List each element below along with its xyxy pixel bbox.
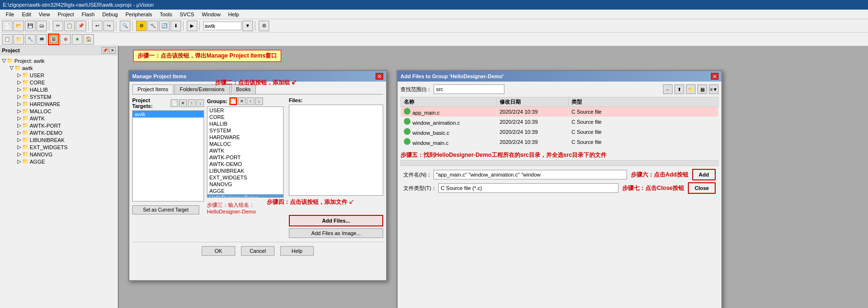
tree-item-malloc[interactable]: ▷📁 MALLOC (17, 107, 116, 115)
file-table-row[interactable]: app_main.c 2020/2/24 10:39 C Source file (401, 107, 719, 117)
add-target-btn[interactable]: 📄 (171, 99, 178, 107)
menu-view[interactable]: View (35, 11, 54, 18)
save-all-btn[interactable]: 🗂 (36, 21, 47, 31)
filetype-input[interactable] (438, 183, 618, 193)
add-group-btn[interactable]: 📄 (229, 97, 237, 105)
group-list-item[interactable]: HARDWARE (207, 134, 283, 141)
move-up-target-btn[interactable]: ↑ (188, 99, 195, 107)
group-list-item[interactable]: AGGE (207, 188, 283, 194)
new-folder-btn[interactable]: 📁 (686, 84, 696, 94)
move-down-target-btn[interactable]: ↓ (196, 99, 204, 107)
menu-svcs[interactable]: SVCS (176, 11, 198, 18)
detail-view-btn[interactable]: ≡▼ (709, 84, 719, 94)
tree-item-awtk-demo[interactable]: ▷📁 AWTK-DEMO (17, 129, 116, 136)
tb2-btn6[interactable]: ⊕ (60, 34, 71, 45)
close-confirm-btn[interactable]: Close (688, 182, 716, 194)
menu-help[interactable]: Help (224, 11, 243, 18)
menu-window[interactable]: Window (198, 11, 224, 18)
save-btn[interactable]: 💾 (25, 21, 35, 31)
panel-pin-btn[interactable]: 📌 (102, 47, 108, 54)
help-btn[interactable]: Help (280, 246, 314, 256)
manage-dialog-close[interactable]: ✕ (376, 73, 383, 80)
target-list-item-awtk[interactable]: awtk (133, 111, 204, 118)
target-dropdown[interactable]: awtk (203, 22, 241, 30)
menu-edit[interactable]: Edit (18, 11, 35, 18)
group-list-item[interactable]: CORE (207, 114, 283, 120)
group-list-item[interactable]: USER (207, 107, 283, 114)
delete-group-btn[interactable]: ✕ (238, 97, 246, 105)
copy-btn[interactable]: 📋 (64, 21, 75, 31)
add-confirm-btn[interactable]: Add (692, 169, 716, 180)
manage-project-items-btn[interactable] (48, 34, 59, 45)
nav-back-btn[interactable]: ← (663, 84, 673, 94)
add-files-btn[interactable]: Add Files... (289, 215, 383, 226)
tree-item-user[interactable]: ▷📁 USER (17, 71, 116, 79)
nav-up-btn[interactable]: ⬆ (674, 84, 684, 94)
files-listbox[interactable] (289, 105, 383, 196)
col-name[interactable]: 名称 (401, 97, 497, 107)
tb2-btn3[interactable]: 🔧 (25, 34, 35, 45)
redo-btn[interactable]: ↪ (103, 21, 114, 31)
group-list-item[interactable]: NANOVG (207, 181, 283, 188)
cancel-btn[interactable]: Cancel (241, 246, 274, 256)
tree-item-ext-widgets[interactable]: ▷📁 EXT_WIDGETS (17, 143, 116, 151)
tab-project-items[interactable]: Project Items (132, 84, 173, 94)
move-up-group-btn[interactable]: ↑ (247, 97, 254, 105)
undo-btn[interactable]: ↩ (92, 21, 103, 31)
group-list-item[interactable]: AWTK (207, 147, 283, 154)
file-table-row[interactable]: window_basic.c 2020/2/24 10:39 C Source … (401, 127, 719, 137)
tb2-btn2[interactable]: 📁 (13, 34, 24, 45)
move-down-group-btn[interactable]: ↓ (255, 97, 263, 105)
group-list-item[interactable]: HelloDesigner-Demo (207, 194, 283, 198)
tb2-btn8[interactable]: 🏠 (83, 34, 94, 45)
tree-item-awtk-child[interactable]: ▷📁 AWTK (17, 115, 116, 122)
group-list-item[interactable]: LIBUNIBREAK (207, 167, 283, 174)
paste-btn[interactable]: 📌 (76, 21, 86, 31)
open-btn[interactable]: 📂 (13, 21, 24, 31)
menu-debug[interactable]: Debug (99, 11, 122, 18)
tree-item-awtk-port[interactable]: ▷📁 AWTK-PORT (17, 122, 116, 129)
file-table-row[interactable]: window_main.c 2020/2/24 10:39 C Source f… (401, 137, 719, 147)
set-current-target-btn[interactable]: Set as Current Target (132, 205, 199, 214)
rebuild-btn[interactable]: 🔄 (159, 21, 170, 31)
compile-btn[interactable]: ⚙ (136, 21, 147, 31)
tree-item-hardware[interactable]: ▷📁 HARDWARE (17, 100, 116, 107)
tree-item-awtk[interactable]: ▽ 📁 awtk (10, 64, 116, 71)
tree-item-hallib[interactable]: ▷📁 HALLIB (17, 86, 116, 93)
tb2-btn4[interactable]: 💻 (36, 34, 47, 45)
col-date[interactable]: 修改日期 (497, 97, 569, 107)
options-btn[interactable]: ⚙ (259, 21, 269, 31)
menu-file[interactable]: File (2, 11, 18, 18)
tree-item-system[interactable]: ▷📁 SYSTEM (17, 93, 116, 100)
target-options-btn[interactable]: ▼ (242, 21, 253, 31)
group-list-item[interactable]: EXT_WIDGETS (207, 174, 283, 181)
group-list-item[interactable]: MALLOC (207, 141, 283, 147)
debug-btn[interactable]: ▶ (187, 21, 197, 31)
scrollbar-h[interactable] (400, 160, 719, 166)
file-table-row[interactable]: window_animation.c 2020/2/24 10:39 C Sou… (401, 117, 719, 127)
group-list-item[interactable]: HALLIB (207, 120, 283, 127)
tree-item-libunibreak[interactable]: ▷📁 LIBUNIBREAK (17, 136, 116, 143)
col-type[interactable]: 类型 (569, 97, 719, 107)
look-in-input[interactable] (434, 84, 504, 94)
menu-flash[interactable]: Flash (78, 11, 99, 18)
menu-project[interactable]: Project (54, 11, 78, 18)
tb2-btn1[interactable]: 📋 (2, 34, 12, 45)
group-list-item[interactable]: AWTK-DEMO (207, 161, 283, 167)
group-list-item[interactable]: SYSTEM (207, 127, 283, 134)
panel-close-btn[interactable]: ✕ (109, 47, 116, 54)
ok-btn[interactable]: OK (202, 246, 235, 256)
target-listbox[interactable]: awtk (132, 110, 204, 201)
new-btn[interactable]: 📄 (2, 21, 12, 31)
delete-target-btn[interactable]: ✕ (179, 99, 187, 107)
groups-listbox[interactable]: USERCOREHALLIBSYSTEMHARDWAREMALLOCAWTKAW… (207, 107, 284, 198)
group-list-item[interactable]: AWTK-PORT (207, 154, 283, 161)
add-files-image-btn[interactable]: Add Files as Image... (289, 228, 383, 238)
build-btn[interactable]: 🔨 (148, 21, 158, 31)
filename-input[interactable] (434, 170, 627, 179)
menu-tools[interactable]: Tools (156, 11, 176, 18)
tree-item-core[interactable]: ▷📁 CORE (17, 79, 116, 86)
tree-item-project[interactable]: ▽ 📁 Project: awtk (2, 57, 116, 64)
list-view-btn[interactable]: ▦ (697, 84, 707, 94)
cut-btn[interactable]: ✂ (53, 21, 63, 31)
